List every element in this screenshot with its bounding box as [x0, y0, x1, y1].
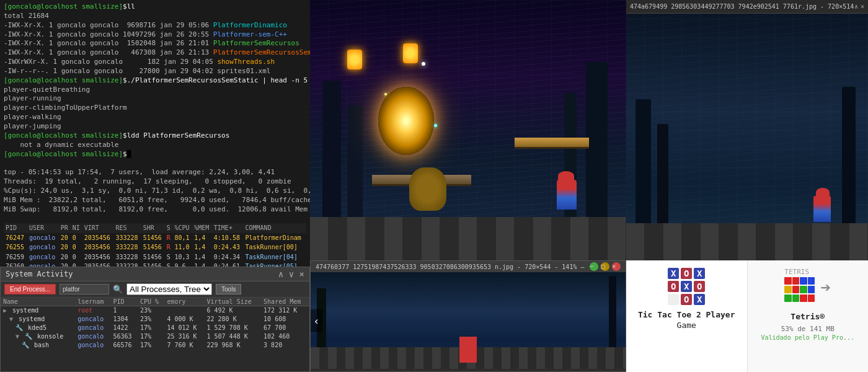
terminal-line: player-walking [4, 113, 306, 122]
proc-pr: 20 [59, 252, 71, 262]
sa-proc-virt: 1 507 448 K [204, 332, 261, 341]
player-character [557, 180, 577, 210]
ttt-cell-o1: O [681, 268, 692, 279]
col-user: USER [27, 223, 59, 233]
lantern-1 [347, 50, 362, 69]
second-min-btn[interactable]: ∧ [854, 3, 858, 10]
ttt-icon: X O X O X O O X [668, 268, 705, 305]
terminal-line: -IW-r--r--. 1 goncalo goncalo 27800 jan … [4, 67, 306, 76]
system-activity-panel: System Activity ∧ ∨ × End Process... 🔍 A… [0, 267, 310, 372]
proc-time: 0:24.34 [212, 252, 244, 262]
sa-col-virt: Virtual Size [204, 298, 261, 306]
sa-proc-shared: 10 608 [261, 315, 309, 324]
tetris-arrow-icon: ➔ [820, 277, 831, 298]
sa-controls: ∧ ∨ × [278, 269, 304, 279]
ttt-title: Tic Tac Toe 2 Player [638, 310, 735, 321]
terminal-line: [goncalo@localhost smallsize]$./Platform… [4, 76, 306, 86]
gwenview-title: 474760377_12751987437526333_905032708630… [316, 264, 588, 270]
terminal-line: [goncalo@localhost smallsize]$ll [4, 2, 306, 12]
proc-cpu: 10,3 [172, 252, 192, 262]
rp-ground [626, 223, 868, 260]
tetris-title: Tetris® [790, 312, 825, 322]
sa-toolbar[interactable]: End Process... 🔍 All Processes, Tree Too… [1, 281, 309, 298]
tic-tac-toe-thumb[interactable]: X O X O X O O X Tic Tac Toe 2 Player Gam… [626, 260, 748, 372]
proc-pid: 76259 [4, 252, 27, 262]
process-table: Name lsernam PID CPU % emory Virtual Siz… [1, 298, 309, 350]
proc-ni: 0 [71, 262, 82, 267]
lantern-2 [403, 43, 418, 63]
proc-res: 333228 [113, 233, 141, 243]
proc-pid: 76255 [4, 242, 27, 252]
proc-ni: 0 [71, 233, 82, 243]
tools-button[interactable]: Tools [216, 284, 241, 294]
terminal-line: -IWXrWXr-X. 1 goncalo goncalo 182 jan 29… [4, 58, 306, 67]
tetris-icon: TETRIS [784, 268, 815, 302]
close-button[interactable]: × [612, 262, 621, 271]
tree-right [586, 62, 608, 217]
rp-char-head [816, 188, 830, 197]
sa-col-name: Name [1, 298, 75, 306]
terminal-line: [goncalo@localhost smallsize]$█ [4, 150, 306, 159]
tetris-thumb[interactable]: TETRIS [748, 260, 869, 372]
top-line3: %Cpu(s): 24,0 us, 3,1 sy, 0,0 ni, 71,3 i… [4, 187, 306, 196]
proc-shr: 51456 [141, 262, 165, 267]
col-cpu: %CPU [172, 223, 192, 233]
sa-proc-name: 🔧 kded5 [1, 324, 75, 332]
sa-proc-shared: 102 460 [261, 332, 309, 341]
second-close-btn[interactable]: × [861, 3, 864, 10]
sa-proc-user: goncalo [75, 341, 110, 350]
terminal-line: player-jumping [4, 122, 306, 131]
sa-proc-cpu: 17% [138, 324, 165, 332]
sparkle-1 [422, 62, 425, 66]
terminal-line: player-quietBreathing [4, 86, 306, 95]
sa-proc-pid: 1 [110, 306, 138, 315]
minimize-button[interactable]: − [590, 262, 598, 271]
proc-cpu: 80,1 [172, 233, 192, 243]
sa-col-pid: PID [110, 298, 138, 306]
gwenview-window: 474760377_12751987437526333_905032708630… [310, 260, 626, 372]
proc-s: R [165, 242, 173, 252]
proc-pr: 20 [59, 242, 71, 252]
col-cmd: COMMAND [244, 223, 306, 233]
col-virt: VIRT [82, 223, 114, 233]
process-filter-select[interactable]: All Processes, Tree [126, 283, 212, 295]
sa-proc-user: root [75, 306, 110, 315]
ttt-cell-empty1 [668, 294, 679, 305]
sa-proc-pid: 1422 [110, 324, 138, 332]
proc-cmd: TaskRunner[05] [244, 262, 306, 267]
tree-mid [347, 105, 363, 217]
sa-proc-cpu: 23% [138, 315, 165, 324]
end-process-button[interactable]: End Process... [4, 284, 56, 294]
sa-proc-name: ▶ systemd [1, 306, 75, 315]
proc-time: 0:24.61 [212, 262, 244, 267]
prev-image-button[interactable]: ‹ [311, 309, 322, 332]
terminal-line: player-climbingToUpperPlatform [4, 104, 306, 113]
second-gwenview-title: 474a679499_29856303449277703_7942e902541… [630, 3, 854, 10]
sa-proc-mem: 14 012 K [164, 324, 204, 332]
gwenview-titlebar: 474760377_12751987437526333_905032708630… [311, 261, 626, 272]
proc-mem: 1,4 [192, 233, 212, 243]
proc-virt: 2035456 [82, 252, 114, 262]
ttt-cell-o2: O [668, 281, 679, 292]
sa-proc-shared: 3 820 [261, 341, 309, 350]
rp-tree-1 [636, 99, 651, 223]
second-win-controls[interactable]: ∧ × [854, 3, 864, 10]
maximize-button[interactable]: □ [601, 262, 609, 271]
proc-s: S [165, 252, 173, 262]
process-search-input[interactable] [60, 284, 109, 294]
ttt-cell-o3: O [694, 281, 705, 292]
ttt-cell-x2: X [694, 268, 705, 279]
sa-proc-user: goncalo [75, 324, 110, 332]
sa-proc-mem: 4 000 K [164, 315, 204, 324]
proc-mem: 1,4 [192, 242, 212, 252]
proc-res: 333228 [113, 262, 141, 267]
gw-tree-right [609, 276, 616, 350]
terminal-line: [goncalo@localhost smallsize]$ldd Platfo… [4, 131, 306, 141]
sa-col-cpu: CPU % [138, 298, 165, 306]
sa-proc-mem [164, 306, 204, 315]
second-gwenview-titlebar: 474a679499_29856303449277703_7942e902541… [626, 0, 868, 14]
proc-pid: 76247 [4, 233, 27, 243]
gwenview-window-controls[interactable]: − □ × [590, 262, 621, 271]
proc-pid: 76260 [4, 262, 27, 267]
tetris-validation: Validado pelo Play Pro... [761, 334, 854, 341]
